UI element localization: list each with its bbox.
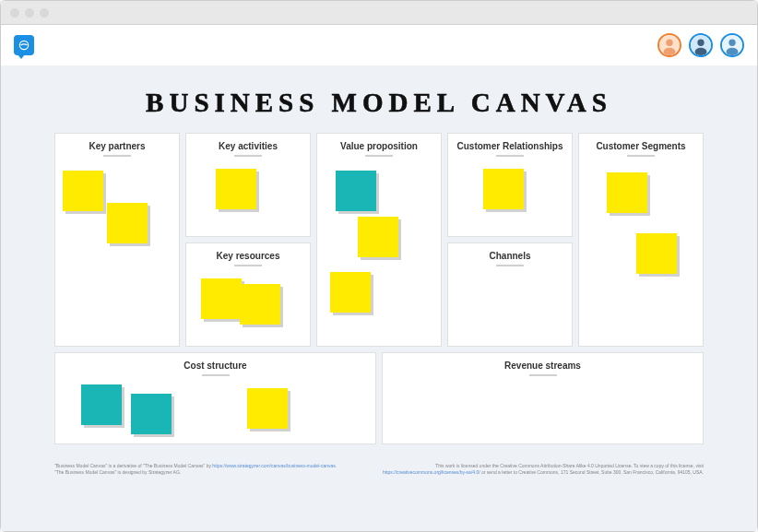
sticky-note[interactable] [63, 171, 103, 211]
avatar[interactable] [720, 33, 744, 57]
card-title: Value proposition [323, 141, 435, 151]
avatar-group [657, 33, 744, 57]
sticky-note[interactable] [483, 169, 524, 209]
sticky-note[interactable] [107, 203, 148, 243]
browser-frame: BUSINESS MODEL CANVAS Key partners Key a… [0, 0, 758, 532]
browser-titlebar [1, 1, 757, 25]
card-underline [103, 155, 131, 157]
sticky-note[interactable] [358, 217, 398, 257]
footer-right: This work is licensed under the Creative… [383, 463, 704, 475]
avatar[interactable] [689, 33, 713, 57]
sticky-note[interactable] [247, 388, 288, 429]
sticky-note[interactable] [131, 394, 172, 434]
app-logo-icon[interactable] [14, 35, 34, 55]
footer-text: . [336, 463, 337, 468]
card-key-resources[interactable]: Key resources [185, 242, 311, 347]
sticky-note[interactable] [336, 171, 376, 211]
card-underline [365, 155, 393, 157]
footer-link[interactable]: https://creativecommons.org/licenses/by-… [383, 469, 480, 475]
svg-point-2 [666, 40, 672, 46]
card-underline [234, 265, 262, 266]
footer-link[interactable]: https://www.strategyzer.com/canvas/busin… [212, 463, 335, 468]
traffic-light-close[interactable] [10, 8, 19, 18]
traffic-light-zoom[interactable] [40, 8, 49, 18]
sticky-note[interactable] [240, 284, 280, 325]
traffic-light-minimize[interactable] [25, 8, 34, 18]
svg-point-5 [697, 40, 704, 46]
canvas-grid-bottom: Cost structure Revenue streams [54, 352, 704, 444]
col-value-proposition: Value proposition [316, 133, 442, 347]
card-customer-relationships[interactable]: Customer Relationships [447, 133, 573, 237]
card-customer-segments[interactable]: Customer Segments [578, 133, 704, 347]
card-revenue-streams[interactable]: Revenue streams [382, 352, 704, 444]
swirl-icon [18, 39, 30, 52]
col-key-partners: Key partners [54, 133, 180, 347]
card-cost-structure[interactable]: Cost structure [54, 352, 376, 444]
card-title: Customer Relationships [454, 141, 566, 151]
col-key-activities-resources: Key activities Key resources [185, 133, 311, 347]
col-customer-relationships-channels: Customer Relationships Channels [447, 133, 573, 347]
sticky-note[interactable] [81, 384, 122, 425]
col-customer-segments: Customer Segments [578, 133, 704, 347]
footer-text: "Business Model Canvas" is a derivative … [54, 463, 212, 468]
sticky-note[interactable] [607, 172, 647, 213]
canvas-grid-top: Key partners Key activities Key resource… [54, 133, 704, 347]
footer-text: "The Business Model Canvas" is designed … [54, 469, 337, 476]
sticky-note[interactable] [216, 169, 256, 209]
card-title: Key partners [61, 141, 173, 151]
card-underline [496, 265, 524, 266]
footer-text: or send a letter to Creative Commons, 17… [480, 469, 704, 475]
card-channels[interactable]: Channels [447, 242, 573, 347]
card-underline [496, 155, 524, 157]
card-title: Channels [454, 251, 566, 261]
sticky-note[interactable] [636, 233, 677, 274]
card-key-partners[interactable]: Key partners [54, 133, 180, 347]
card-title: Key resources [192, 251, 304, 261]
card-title: Cost structure [61, 361, 370, 371]
card-value-proposition[interactable]: Value proposition [316, 133, 442, 347]
card-underline [529, 374, 557, 376]
page-title: BUSINESS MODEL CANVAS [54, 88, 704, 118]
footer-attribution: "Business Model Canvas" is a derivative … [54, 463, 704, 475]
card-key-activities[interactable]: Key activities [185, 133, 311, 237]
card-underline [202, 374, 230, 376]
card-title: Customer Segments [585, 141, 697, 151]
svg-point-8 [728, 40, 735, 46]
avatar[interactable] [657, 33, 681, 57]
app-header [1, 25, 757, 65]
sticky-note[interactable] [330, 272, 371, 313]
card-title: Key activities [192, 141, 304, 151]
card-underline [627, 155, 655, 157]
card-title: Revenue streams [388, 361, 697, 371]
card-underline [234, 155, 262, 157]
canvas-viewport[interactable]: BUSINESS MODEL CANVAS Key partners Key a… [1, 65, 757, 531]
sticky-note[interactable] [201, 278, 242, 319]
footer-left: "Business Model Canvas" is a derivative … [54, 463, 337, 475]
